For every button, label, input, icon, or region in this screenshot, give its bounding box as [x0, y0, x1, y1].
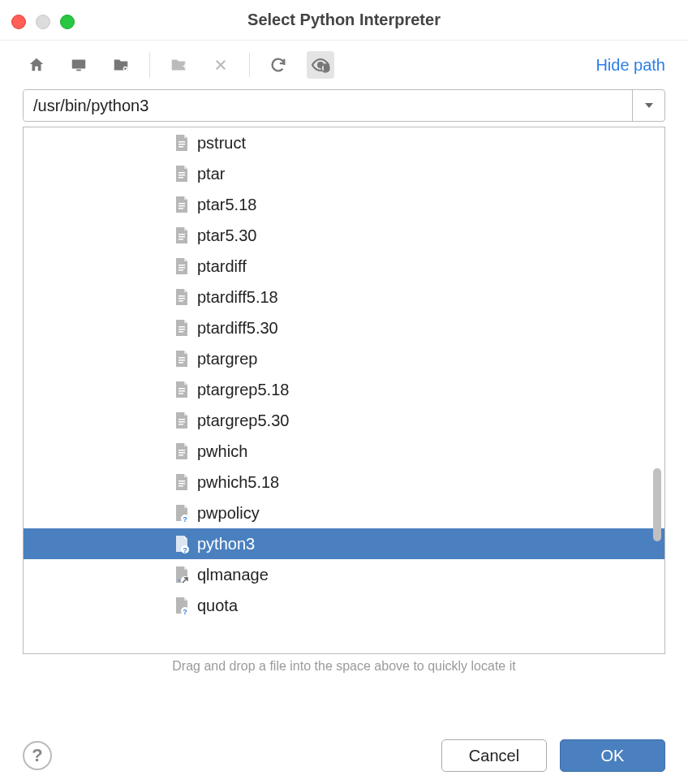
path-bar: [23, 89, 665, 122]
new-folder-button: +: [165, 51, 192, 79]
svg-rect-35: [178, 419, 185, 420]
refresh-button[interactable]: [264, 51, 292, 79]
help-button[interactable]: ?: [23, 741, 52, 770]
file-icon: [173, 472, 191, 492]
file-name: ptardiff5.30: [197, 319, 278, 338]
file-row[interactable]: ptar5.30: [24, 220, 664, 251]
file-icon: [173, 442, 191, 461]
file-row[interactable]: ptardiff: [24, 251, 664, 282]
svg-rect-10: [178, 146, 183, 148]
file-icon: [173, 349, 191, 368]
svg-text:?: ?: [183, 515, 187, 523]
svg-rect-9: [178, 144, 185, 145]
path-input[interactable]: [24, 90, 632, 121]
file-row[interactable]: ptargrep5.18: [24, 374, 664, 405]
desktop-button[interactable]: [65, 51, 92, 79]
file-icon: [173, 287, 191, 307]
svg-text:+: +: [183, 62, 187, 71]
toolbar: + ≣ Hide path: [0, 41, 688, 89]
drop-hint: Drag and drop a file into the space abov…: [0, 659, 688, 674]
footer: ? Cancel OK: [0, 727, 688, 784]
file-row[interactable]: ?qlmanage: [24, 559, 664, 590]
svg-rect-36: [178, 421, 185, 423]
file-name: ptar5.18: [197, 196, 256, 214]
svg-rect-33: [178, 390, 185, 392]
file-row[interactable]: ?pwpolicy: [24, 498, 664, 528]
dialog-title: Select Python Interpreter: [0, 11, 688, 29]
file-icon: [173, 164, 191, 183]
project-button[interactable]: [107, 51, 135, 79]
svg-rect-43: [178, 485, 183, 487]
show-hidden-button[interactable]: ≣: [307, 51, 334, 79]
svg-rect-40: [178, 454, 183, 456]
svg-rect-42: [178, 483, 185, 485]
file-row[interactable]: pstruct: [24, 127, 664, 158]
file-row[interactable]: ptardiff5.30: [24, 312, 664, 343]
svg-rect-16: [178, 208, 183, 209]
svg-rect-31: [178, 362, 183, 364]
file-icon: [173, 195, 191, 214]
file-name: ptardiff: [197, 257, 247, 276]
file-name: ptardiff5.18: [197, 288, 278, 307]
file-row[interactable]: ptar: [24, 158, 664, 189]
file-icon: [173, 256, 191, 276]
file-row[interactable]: pwhich5.18: [24, 467, 664, 498]
svg-rect-38: [178, 450, 185, 451]
cancel-button[interactable]: Cancel: [441, 739, 547, 772]
file-name: ptar5.30: [197, 226, 256, 245]
separator: [149, 53, 150, 77]
svg-rect-18: [178, 236, 185, 238]
file-icon: ?: [173, 596, 191, 615]
file-icon: [173, 411, 191, 430]
svg-rect-20: [178, 265, 185, 266]
svg-rect-25: [178, 300, 183, 302]
file-row[interactable]: ptardiff5.18: [24, 282, 664, 312]
close-window-icon[interactable]: [11, 15, 26, 29]
svg-rect-13: [178, 177, 183, 179]
file-icon: ?: [173, 565, 191, 584]
file-row[interactable]: ptargrep5.30: [24, 405, 664, 436]
svg-rect-21: [178, 267, 185, 269]
file-name: pstruct: [197, 134, 246, 153]
svg-rect-28: [178, 331, 183, 333]
file-row[interactable]: ?python3: [24, 528, 664, 559]
file-name: pwhich5.18: [197, 473, 279, 492]
separator: [249, 53, 250, 77]
file-icon: ?: [173, 503, 191, 523]
home-button[interactable]: [23, 51, 50, 79]
svg-rect-34: [178, 393, 183, 394]
file-name: python3: [197, 535, 255, 554]
file-row[interactable]: ptargrep: [24, 343, 664, 374]
file-name: qlmanage: [197, 566, 269, 584]
file-icon: ?: [173, 534, 191, 554]
svg-rect-41: [178, 480, 185, 482]
path-dropdown-button[interactable]: [632, 90, 664, 121]
scrollbar-thumb[interactable]: [653, 468, 661, 541]
svg-rect-26: [178, 326, 185, 328]
svg-rect-27: [178, 329, 185, 330]
file-list-container: pstruct ptar ptar5.18 ptar5.30 ptardiff …: [23, 127, 665, 654]
zoom-window-icon[interactable]: [60, 15, 75, 29]
svg-rect-8: [178, 141, 185, 143]
titlebar: Select Python Interpreter: [0, 0, 688, 41]
svg-text:≣: ≣: [324, 65, 329, 72]
file-row[interactable]: ?quota: [24, 590, 664, 621]
svg-rect-11: [178, 172, 185, 174]
svg-rect-17: [178, 234, 185, 235]
svg-text:?: ?: [183, 608, 187, 616]
file-row[interactable]: ptar5.18: [24, 189, 664, 220]
ok-button[interactable]: OK: [560, 739, 665, 772]
file-name: ptargrep5.18: [197, 381, 289, 399]
file-row[interactable]: pwhich: [24, 436, 664, 467]
file-icon: [173, 318, 191, 338]
file-name: quota: [197, 597, 238, 615]
svg-rect-29: [178, 357, 185, 359]
hide-path-link[interactable]: Hide path: [596, 56, 665, 75]
svg-rect-30: [178, 360, 185, 361]
svg-rect-23: [178, 295, 185, 297]
file-list[interactable]: pstruct ptar ptar5.18 ptar5.30 ptardiff …: [24, 127, 664, 653]
window-controls: [11, 15, 75, 29]
minimize-window-icon: [36, 15, 50, 29]
file-name: pwhich: [197, 442, 247, 461]
svg-text:?: ?: [183, 546, 187, 554]
